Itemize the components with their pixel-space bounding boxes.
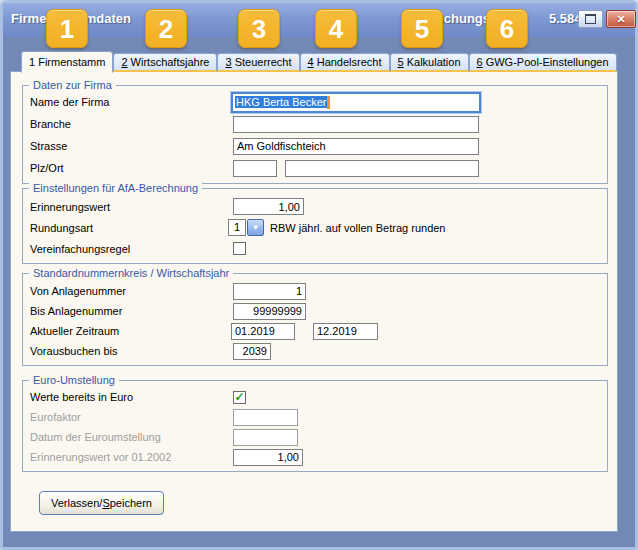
tab-label: Handelsrecht [314, 56, 382, 68]
werte-bereits-in-euro-label: Werte bereits in Euro [30, 391, 233, 403]
window-title-version: 5.584 [549, 11, 582, 26]
vorausbuchen-bis-input[interactable] [233, 343, 271, 360]
annotation-badge-2: 2 [145, 9, 187, 48]
bis-anlagenummer-label: Bis Anlagenummer [30, 305, 233, 317]
close-icon: ✕ [616, 13, 625, 26]
vorausbuchen-bis-label: Vorausbuchen bis [30, 345, 233, 357]
group-daten-zur-firma: Daten zur Firma Name der Firma HKG Berta… [22, 85, 608, 184]
eurofaktor-label: Eurofaktor [30, 411, 233, 423]
selected-text: HKG Berta Becker [235, 96, 327, 108]
strasse-label: Strasse [30, 140, 233, 152]
verlassen-speichern-button[interactable]: Verlassen/Speichern [39, 491, 164, 515]
tab-label: Kalkulation [404, 56, 461, 68]
erinnerungswert-vor-2002-label: Erinnerungswert vor 01.2002 [30, 451, 233, 463]
tab-handelsrecht[interactable]: 4 Handelsrecht [300, 53, 390, 72]
plz-ort-label: Plz/Ort [30, 162, 233, 174]
tab-label: Firmenstamm [35, 56, 105, 68]
group-euro-umstellung: Euro-Umstellung Werte bereits in Euro ✓ … [22, 380, 608, 472]
group-legend: Daten zur Firma [29, 78, 116, 92]
aktueller-zeitraum-label: Aktueller Zeitraum [30, 325, 233, 337]
button-label-part: Verlassen/ [51, 497, 102, 509]
tab-label: Steuerrecht [232, 56, 292, 68]
tab-strip: 1 Firmenstamm 2 Wirtschaftsjahre 3 Steue… [21, 50, 617, 72]
plz-input[interactable] [233, 160, 277, 177]
annotation-badge-1: 1 [46, 9, 88, 48]
tab-page-firmenstamm: Daten zur Firma Name der Firma HKG Berta… [10, 71, 618, 532]
rundungsart-combobox[interactable]: 1 ▼ [228, 219, 264, 236]
restore-button[interactable] [578, 10, 603, 28]
group-legend: Standardnummernkreis / Wirtschaftsjahr [29, 266, 233, 280]
group-legend: Einstellungen für AfA-Berechnung [29, 181, 202, 195]
branche-label: Branche [30, 118, 233, 130]
name-der-firma-label: Name der Firma [30, 96, 233, 108]
annotation-badge-3: 3 [238, 9, 280, 48]
restore-icon [585, 14, 596, 24]
rundungsart-dropdown-button[interactable]: ▼ [247, 219, 264, 236]
werte-bereits-in-euro-checkbox[interactable]: ✓ [233, 391, 246, 404]
rundungsart-label: Rundungsart [30, 222, 233, 234]
text-caret [327, 96, 330, 109]
tab-wirtschaftsjahre[interactable]: 2 Wirtschaftsjahre [113, 53, 217, 72]
annotation-badge-6: 6 [486, 9, 528, 48]
annotation-badge-5: 5 [401, 9, 443, 48]
von-anlagenummer-input[interactable] [233, 283, 306, 300]
chevron-down-icon: ▼ [252, 223, 260, 232]
tab-kalkulation[interactable]: 5 Kalkulation [390, 53, 469, 72]
tab-steuerrecht[interactable]: 3 Steuerrecht [217, 53, 299, 72]
rundungsart-description: RBW jährl. auf vollen Betrag runden [270, 222, 445, 234]
tab-label: GWG-Pool-Einstellungen [483, 56, 609, 68]
zeitraum-von-input[interactable] [231, 323, 295, 340]
button-label-part: peichern [110, 497, 152, 509]
tab-label: Wirtschaftsjahre [128, 56, 210, 68]
group-standardnummernkreis: Standardnummernkreis / Wirtschaftsjahr V… [22, 273, 608, 366]
erinnerungswert-label: Erinnerungswert [30, 201, 233, 213]
ort-input[interactable] [285, 160, 479, 177]
app-window: Firmenstammdaten uchungs 5.584 ✕ 1 2 3 4… [0, 0, 638, 550]
strasse-input[interactable] [233, 138, 479, 155]
bis-anlagenummer-input[interactable] [233, 303, 306, 320]
vereinfachungsregel-checkbox[interactable] [233, 242, 246, 255]
erinnerungswert-input[interactable] [233, 198, 304, 215]
branche-input[interactable] [233, 116, 479, 133]
erinnerungswert-vor-2002-input[interactable] [233, 449, 303, 466]
rundungsart-value[interactable]: 1 [228, 219, 246, 236]
eurofaktor-input [233, 409, 298, 426]
group-legend: Euro-Umstellung [29, 373, 119, 387]
button-accel-char: S [102, 497, 109, 509]
von-anlagenummer-label: Von Anlagenummer [30, 285, 233, 297]
tab-gwg-pool-einstellungen[interactable]: 6 GWG-Pool-Einstellungen [469, 53, 617, 72]
group-afa-berechnung: Einstellungen für AfA-Berechnung Erinner… [22, 188, 608, 264]
datum-euroumstellung-label: Datum der Euroumstellung [30, 431, 233, 443]
name-der-firma-input[interactable]: HKG Berta Becker [231, 92, 481, 113]
datum-euroumstellung-input [233, 429, 298, 446]
annotation-badge-4: 4 [315, 9, 357, 48]
vereinfachungsregel-label: Vereinfachungsregel [30, 243, 233, 255]
close-button[interactable]: ✕ [606, 10, 636, 28]
tab-firmenstamm[interactable]: 1 Firmenstamm [21, 51, 113, 73]
zeitraum-bis-input[interactable] [313, 323, 378, 340]
